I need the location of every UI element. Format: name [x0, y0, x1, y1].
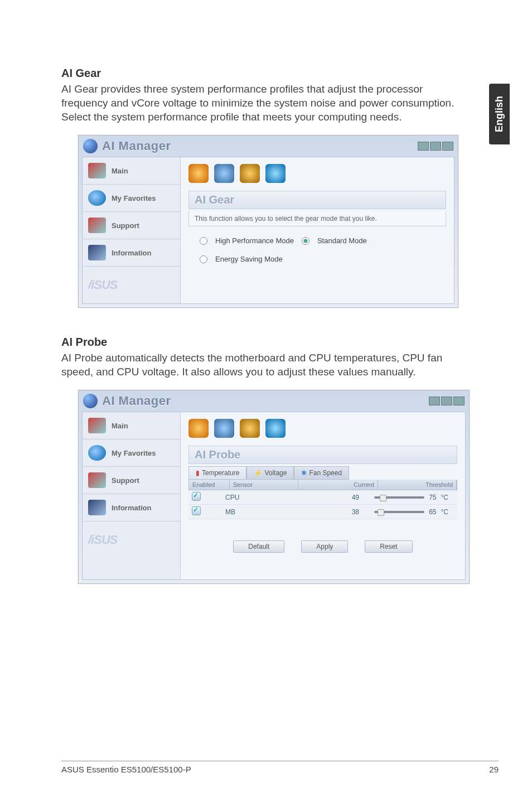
threshold-mb: 65	[429, 508, 436, 516]
col-sensor: Sensor	[230, 480, 298, 490]
reset-button[interactable]: Reset	[365, 540, 412, 553]
table-row: CPU 49 75 °C	[188, 490, 457, 505]
sidebar-label-information: Information	[112, 504, 152, 512]
toolbar-icon-2[interactable]	[214, 164, 234, 183]
sidebar-label-favorites: My Favorites	[112, 194, 156, 202]
support-icon	[88, 218, 106, 233]
apply-button[interactable]: Apply	[301, 540, 348, 553]
information-icon	[88, 500, 106, 515]
sidebar-label-information: Information	[112, 249, 152, 257]
label-high-performance: High Performance Mode	[215, 236, 294, 245]
section1-title: AI Gear	[61, 67, 471, 80]
toolbar	[188, 164, 446, 183]
screenshot-ai-probe: AI Manager Main My Favorites Support Inf…	[78, 390, 470, 584]
toolbar-icon-3[interactable]	[240, 164, 260, 183]
label-energy-saving: Energy Saving Mode	[215, 255, 283, 263]
checkbox-mb[interactable]	[192, 506, 201, 515]
checkbox-cpu[interactable]	[192, 492, 201, 501]
app-title: AI Manager	[102, 139, 171, 153]
tab-temperature[interactable]: ▮Temperature	[188, 466, 246, 480]
toolbar-icon-3[interactable]	[240, 419, 260, 438]
main-icon	[88, 163, 106, 178]
sidebar-item-support[interactable]: Support	[83, 467, 180, 494]
sidebar-brand: /iSUS	[83, 267, 180, 303]
sidebar-item-favorites[interactable]: My Favorites	[83, 185, 180, 212]
support-icon	[88, 472, 106, 488]
tab-fan-speed[interactable]: ✱Fan Speed	[294, 466, 349, 480]
radio-standard[interactable]	[302, 237, 309, 245]
gear-pane-desc: This function allows you to select the g…	[188, 211, 446, 226]
section2-title: AI Probe	[61, 336, 471, 349]
tab-temperature-label: Temperature	[202, 469, 239, 477]
sensor-cpu: CPU	[225, 494, 287, 501]
table-row: MB 38 65 °C	[188, 505, 457, 519]
probe-pane-title: AI Probe	[188, 446, 457, 464]
footer-page-number: 29	[489, 765, 499, 774]
maximize-icon[interactable]	[441, 397, 452, 405]
radio-energy-saving[interactable]	[200, 255, 207, 263]
unit-cpu: °C	[441, 494, 448, 501]
window-controls[interactable]	[429, 397, 465, 405]
sidebar: Main My Favorites Support Information /i…	[83, 412, 181, 579]
radio-high-performance[interactable]	[200, 237, 207, 245]
sidebar-item-information[interactable]: Information	[83, 494, 180, 521]
sidebar-brand: /iSUS	[83, 521, 180, 558]
label-standard: Standard Mode	[317, 236, 367, 245]
sidebar-label-main: Main	[112, 422, 128, 430]
current-cpu: 49	[287, 494, 359, 501]
main-icon	[88, 418, 106, 433]
sidebar-label-support: Support	[112, 221, 139, 230]
information-icon	[88, 245, 106, 260]
col-current: Current	[298, 480, 378, 490]
sidebar-item-support[interactable]: Support	[83, 212, 180, 239]
minimize-icon[interactable]	[418, 142, 429, 151]
favorites-icon	[88, 445, 106, 461]
col-threshold: Threshold	[378, 480, 457, 490]
toolbar-icon-4[interactable]	[265, 164, 286, 183]
slider-cpu[interactable]	[374, 496, 424, 499]
language-tab: English	[489, 84, 510, 144]
sidebar-label-support: Support	[112, 476, 139, 485]
toolbar-icon-1[interactable]	[188, 419, 209, 438]
probe-tabs: ▮Temperature ⚡Voltage ✱Fan Speed	[188, 466, 457, 480]
toolbar-icon-2[interactable]	[214, 419, 234, 438]
app-logo-icon	[83, 139, 98, 153]
screenshot-ai-gear: AI Manager Main My Favorites Support Inf…	[78, 135, 458, 308]
favorites-icon	[88, 190, 106, 206]
probe-table-header: Enabled Sensor Current Threshold	[188, 480, 457, 490]
sensor-mb: MB	[225, 508, 287, 516]
sidebar-item-favorites[interactable]: My Favorites	[83, 439, 180, 467]
col-enabled: Enabled	[189, 480, 230, 490]
sidebar-label-favorites: My Favorites	[112, 449, 156, 457]
sidebar: Main My Favorites Support Information /i…	[83, 157, 181, 303]
footer-left: ASUS Essentio ES5100/ES5100-P	[61, 765, 191, 774]
app-logo-icon	[83, 394, 98, 408]
window-controls[interactable]	[418, 142, 453, 151]
current-mb: 38	[287, 508, 359, 516]
tab-voltage-label: Voltage	[264, 469, 287, 477]
threshold-cpu: 75	[429, 494, 436, 501]
tab-voltage[interactable]: ⚡Voltage	[246, 466, 294, 480]
toolbar-icon-4[interactable]	[265, 419, 286, 438]
maximize-icon[interactable]	[430, 142, 441, 151]
sidebar-item-main[interactable]: Main	[83, 412, 180, 439]
app-title: AI Manager	[102, 394, 171, 408]
unit-mb: °C	[441, 508, 448, 516]
sidebar-item-information[interactable]: Information	[83, 239, 180, 267]
tab-fan-speed-label: Fan Speed	[309, 469, 342, 477]
section2-body: AI Probe automatically detects the mothe…	[61, 351, 471, 379]
toolbar	[188, 419, 457, 438]
toolbar-icon-1[interactable]	[188, 164, 209, 183]
section1-body: AI Gear provides three system performanc…	[61, 82, 471, 124]
slider-mb[interactable]	[374, 511, 424, 513]
gear-pane-title: AI Gear	[188, 191, 446, 209]
sidebar-item-main[interactable]: Main	[83, 157, 180, 185]
minimize-icon[interactable]	[429, 397, 440, 405]
sidebar-label-main: Main	[112, 167, 128, 175]
close-icon[interactable]	[453, 397, 465, 405]
close-icon[interactable]	[442, 142, 453, 151]
default-button[interactable]: Default	[233, 540, 284, 553]
